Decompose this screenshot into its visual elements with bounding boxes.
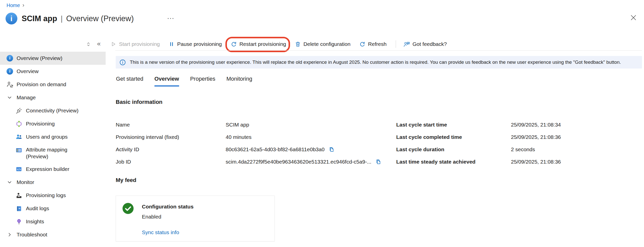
more-options-button[interactable]: … xyxy=(165,11,177,22)
people-icon xyxy=(16,134,22,140)
sidebar-menu: i Overview (Preview) i Overview Provisio… xyxy=(0,52,106,241)
copy-activity-id-button[interactable] xyxy=(329,146,335,152)
restart-provisioning-group: Restart provisioning xyxy=(231,41,286,47)
copy-icon xyxy=(329,146,335,152)
sidebar-item-expression-builder[interactable]: </> Expression builder xyxy=(0,163,106,176)
info-row-name: Name SCIM app xyxy=(116,118,387,131)
close-blade-button[interactable] xyxy=(629,13,638,22)
feedback-icon xyxy=(404,41,410,47)
refresh-button[interactable]: Refresh xyxy=(359,41,387,47)
restart-icon xyxy=(231,41,237,47)
table-icon xyxy=(16,147,22,153)
copy-icon xyxy=(375,159,381,165)
chevron-down-icon xyxy=(7,180,12,185)
pause-provisioning-button[interactable]: Pause provisioning xyxy=(169,41,222,47)
info-icon: i xyxy=(7,55,13,61)
tab-monitoring[interactable]: Monitoring xyxy=(226,76,252,86)
configuration-status-card: Configuration status Enabled Sync status… xyxy=(116,196,275,241)
banner-text: This is a new version of the provisionin… xyxy=(130,59,621,65)
info-row-activity-id: Activity ID 80c63621-62a5-4d03-bf82-6a68… xyxy=(116,143,387,156)
info-row-duration: Last cycle duration 2 seconds xyxy=(396,143,633,156)
tab-bar: Get started Overview Properties Monitori… xyxy=(116,76,252,86)
resize-icon xyxy=(86,42,91,47)
sidebar-item-attribute-mapping[interactable]: Attribute mapping (Preview) xyxy=(0,143,106,163)
page-title: SCIM app | Overview (Preview) xyxy=(22,14,134,23)
lightbulb-icon xyxy=(16,218,22,225)
info-row-last-completed: Last cycle completed time 25/09/2025, 21… xyxy=(396,131,633,143)
info-row-steady-state: Last time steady state achieved 25/09/20… xyxy=(396,156,633,168)
info-row-interval: Provisioning interval (fixed) 40 minutes xyxy=(116,131,387,143)
sidebar-item-connectivity[interactable]: Connectivity (Preview) xyxy=(0,104,106,117)
sidebar-group-monitor[interactable]: Monitor xyxy=(0,176,106,189)
basic-information-heading: Basic information xyxy=(116,99,163,105)
collapse-icon: « xyxy=(97,40,101,48)
card-status-value: Enabled xyxy=(142,214,161,220)
chevron-right-icon xyxy=(7,232,12,237)
restart-provisioning-button[interactable]: Restart provisioning xyxy=(231,41,286,47)
sidebar-group-manage[interactable]: Manage xyxy=(0,91,106,104)
got-feedback-button[interactable]: Got feedback? xyxy=(404,41,447,47)
breadcrumb-chevron-icon: › xyxy=(22,2,24,9)
sidebar-item-overview-preview[interactable]: i Overview (Preview) xyxy=(0,52,106,65)
command-bar: « Start provisioning Pause provisioning … xyxy=(83,38,456,50)
card-title: Configuration status xyxy=(142,204,193,210)
book-icon xyxy=(16,205,22,212)
sidebar-item-audit-logs[interactable]: Audit logs xyxy=(0,202,106,215)
toolbar-divider xyxy=(396,40,396,48)
info-row-last-start: Last cycle start time 25/09/2025, 21:08:… xyxy=(396,118,633,131)
sidebar-item-provision-on-demand[interactable]: Provision on demand xyxy=(0,78,106,91)
info-row-job-id: Job ID scim.4da2272f9f5e40be963463620e51… xyxy=(116,156,387,168)
sidebar-item-users-and-groups[interactable]: Users and groups xyxy=(0,130,106,143)
trash-icon xyxy=(295,41,301,47)
sync-status-info-link[interactable]: Sync status info xyxy=(142,229,179,235)
sidebar-group-troubleshoot[interactable]: Troubleshoot xyxy=(0,228,106,241)
sidebar-item-insights[interactable]: Insights xyxy=(0,215,106,228)
app-name: SCIM app xyxy=(22,14,57,23)
tab-properties[interactable]: Properties xyxy=(190,76,215,86)
pause-icon xyxy=(169,41,174,47)
collapse-menu-button[interactable]: « xyxy=(94,39,104,49)
info-circle-icon xyxy=(119,59,126,66)
resize-menu-button[interactable] xyxy=(83,39,94,49)
person-log-icon xyxy=(16,192,22,199)
success-check-icon xyxy=(122,203,134,215)
page-title-text: Overview (Preview) xyxy=(66,14,134,23)
app-logo-icon: i xyxy=(6,13,17,24)
sidebar-item-provisioning-logs[interactable]: Provisioning logs xyxy=(0,189,106,202)
copy-job-id-button[interactable] xyxy=(375,159,381,165)
tab-overview[interactable]: Overview xyxy=(154,76,179,86)
plug-icon xyxy=(16,107,22,114)
person-sync-icon xyxy=(7,81,13,88)
provisioning-overview-page: Home › i SCIM app | Overview (Preview) …… xyxy=(0,0,644,247)
basic-info-right-column: Last cycle start time 25/09/2025, 21:08:… xyxy=(396,118,633,168)
sync-cycle-icon xyxy=(16,120,22,127)
svg-text:</>: </> xyxy=(17,168,21,171)
my-feed-heading: My feed xyxy=(116,177,136,183)
code-icon: </> xyxy=(16,166,22,172)
refresh-icon xyxy=(359,41,365,47)
start-provisioning-button[interactable]: Start provisioning xyxy=(111,41,160,47)
chevron-down-icon xyxy=(7,95,12,100)
title-separator: | xyxy=(61,14,63,23)
sidebar-item-provisioning[interactable]: Provisioning xyxy=(0,117,106,130)
close-icon xyxy=(630,14,637,21)
info-banner: This is a new version of the provisionin… xyxy=(116,56,642,69)
breadcrumb: Home › xyxy=(7,2,24,9)
info-icon: i xyxy=(7,68,13,75)
breadcrumb-home-link[interactable]: Home xyxy=(7,3,20,8)
command-bar-underline xyxy=(115,50,642,51)
delete-configuration-button[interactable]: Delete configuration xyxy=(295,41,350,47)
basic-info-left-column: Name SCIM app Provisioning interval (fix… xyxy=(116,118,387,168)
sidebar-item-overview[interactable]: i Overview xyxy=(0,65,106,78)
tab-get-started[interactable]: Get started xyxy=(116,76,143,86)
play-icon xyxy=(111,41,116,47)
